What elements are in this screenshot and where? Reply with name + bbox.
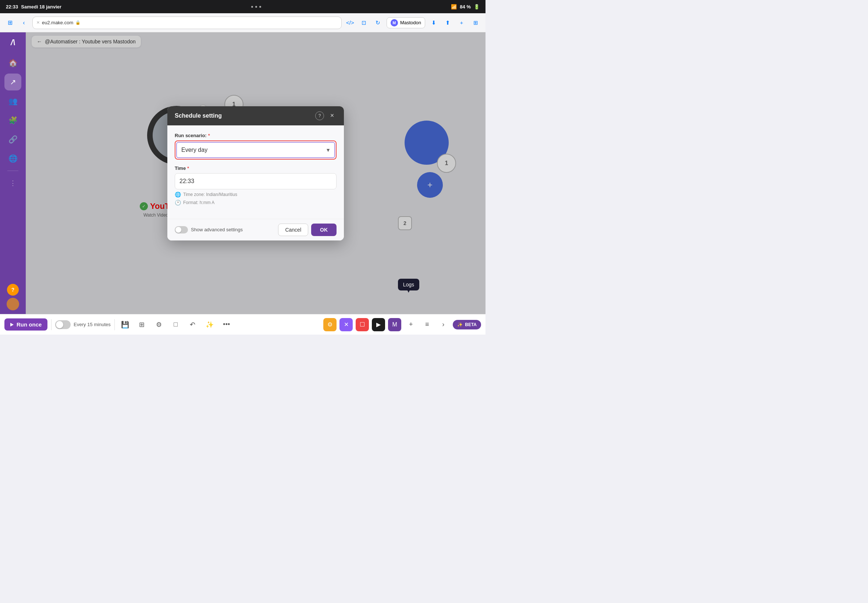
time-required-star: * <box>187 165 189 171</box>
dot1 <box>251 6 253 8</box>
sidebar-logo: /\ <box>5 36 21 49</box>
toolbar-right: ⚙ ✕ ☐ ▶ M + ≡ › ✨ BETA <box>323 318 481 331</box>
dialog-close-btn[interactable]: × <box>328 111 337 120</box>
browser-actions: </> ⊡ ↻ M Mastodon ⬇ ⬆ + ⊞ <box>345 17 481 28</box>
list-btn[interactable]: ≡ <box>420 318 434 331</box>
share-btn[interactable]: ⬆ <box>442 17 453 28</box>
toolbar-divider-1 <box>51 319 51 330</box>
dialog-help-btn[interactable]: ? <box>315 111 324 120</box>
run-once-button[interactable]: Run once <box>5 319 48 331</box>
status-bar-center <box>251 6 261 8</box>
select-wrapper: Every day Every week Every month Every h… <box>176 142 335 158</box>
advanced-settings-toggle: Show advanced settings <box>175 226 243 233</box>
sidebar-toggle-button[interactable]: ⊞ <box>5 17 15 28</box>
time-label: Time * <box>175 165 337 171</box>
reader-btn[interactable]: ⊡ <box>359 17 370 28</box>
magic-btn[interactable]: ✨ <box>203 318 216 331</box>
purple-btn[interactable]: ✕ <box>339 318 353 331</box>
logo-text: /\ <box>11 38 15 48</box>
main-layout: /\ 🏠 ↗ 👥 🧩 🔗 🌐 ⋮ ? ← @Automatiser : Yout… <box>0 32 486 314</box>
status-bar-right: 📶 84 % 🔋 <box>451 4 480 9</box>
clock-hint-icon: 🕐 <box>175 199 181 206</box>
schedule-label: Every 15 minutes <box>74 322 110 327</box>
time-input[interactable] <box>175 173 337 189</box>
dot3 <box>259 6 261 8</box>
red-btn[interactable]: ☐ <box>356 318 369 331</box>
status-bar-left: 22:33 Samedi 18 janvier <box>6 4 62 9</box>
run-scenario-select[interactable]: Every day Every week Every month Every h… <box>176 142 335 158</box>
sidebar-help-btn[interactable]: ? <box>7 284 19 295</box>
black-btn[interactable]: ▶ <box>372 318 385 331</box>
dialog-header: Schedule setting ? × <box>167 106 344 125</box>
tab-icon: ✕ <box>36 20 40 25</box>
run-scenario-label: Run scenario: * <box>175 133 337 138</box>
add-btn[interactable]: + <box>404 318 418 331</box>
mastodon-toolbar-btn[interactable]: M <box>388 318 401 331</box>
schedule-toggle: Every 15 minutes <box>55 320 110 329</box>
sidebar-divider <box>7 171 19 171</box>
notes-btn[interactable]: □ <box>169 318 183 331</box>
mastodon-btn[interactable]: M Mastodon <box>387 17 425 28</box>
dialog-overlay: Schedule setting ? × Run scenario: * <box>26 32 486 314</box>
date: Samedi 18 janvier <box>21 4 62 9</box>
dialog-header-actions: ? × <box>315 111 337 120</box>
refresh-btn[interactable]: ↻ <box>373 17 384 28</box>
download-btn[interactable]: ⬇ <box>428 17 439 28</box>
sidebar-item-puzzle[interactable]: 🧩 <box>5 112 21 129</box>
browser-chrome: ⊞ ‹ ✕ eu2.make.com 🔒 </> ⊡ ↻ M Mastodon … <box>0 13 486 32</box>
globe-icon: 🌐 <box>175 192 181 198</box>
dialog-title: Schedule setting <box>175 113 222 119</box>
play-icon <box>10 323 14 326</box>
import-btn[interactable]: ⊞ <box>135 318 149 331</box>
wifi-icon: 📶 <box>451 4 457 9</box>
sidebar-item-share[interactable]: ↗ <box>5 74 21 90</box>
adv-settings-label: Show advanced settings <box>191 227 243 232</box>
adv-toggle-switch[interactable] <box>175 226 188 233</box>
bottom-toolbar: Run once Every 15 minutes 💾 ⊞ ⚙ □ ↶ ✨ ••… <box>0 314 486 335</box>
beta-badge[interactable]: ✨ BETA <box>453 320 481 329</box>
time-field: Time * 🌐 Time zone: Indian/Mauritius 🕐 F… <box>175 165 337 206</box>
stars-icon: ✨ <box>457 322 463 327</box>
mastodon-avatar: M <box>391 19 398 26</box>
tabs-btn[interactable]: ⊞ <box>470 17 481 28</box>
sidebar-item-home[interactable]: 🏠 <box>5 54 21 71</box>
mastodon-label: Mastodon <box>400 20 421 25</box>
battery-level: 84 % <box>460 4 471 9</box>
code-btn[interactable]: </> <box>345 17 356 28</box>
url-text: eu2.make.com <box>42 20 73 25</box>
lock-icon: 🔒 <box>76 20 80 25</box>
sidebar-item-link[interactable]: 🔗 <box>5 131 21 148</box>
sidebar: /\ 🏠 ↗ 👥 🧩 🔗 🌐 ⋮ ? <box>0 32 26 314</box>
schedule-toggle-knob <box>56 321 63 328</box>
run-scenario-field: Run scenario: * Every day Every week Eve… <box>175 133 337 159</box>
user-avatar[interactable] <box>7 298 19 310</box>
dot2 <box>255 6 257 8</box>
required-star: * <box>208 133 210 138</box>
canvas-area: ← @Automatiser : Youtube vers Mastodon 1… <box>26 32 486 314</box>
new-tab-btn[interactable]: + <box>456 17 467 28</box>
address-bar[interactable]: ✕ eu2.make.com 🔒 <box>32 17 342 29</box>
settings-btn[interactable]: ⚙ <box>152 318 166 331</box>
ok-button[interactable]: OK <box>311 224 337 236</box>
more-btn[interactable]: ••• <box>220 318 233 331</box>
save-btn[interactable]: 💾 <box>118 318 132 331</box>
cancel-button[interactable]: Cancel <box>278 224 308 236</box>
back-button[interactable]: ‹ <box>19 17 29 28</box>
orange-btn[interactable]: ⚙ <box>323 318 337 331</box>
dialog-btn-group: Cancel OK <box>278 224 337 236</box>
format-hint: 🕐 Format: h:mm A <box>175 199 337 206</box>
sidebar-item-globe[interactable]: 🌐 <box>5 150 21 167</box>
collapse-btn[interactable]: › <box>436 318 450 331</box>
adv-toggle-knob <box>175 227 181 233</box>
schedule-toggle-switch[interactable] <box>55 320 71 329</box>
battery-icon: 🔋 <box>474 4 480 9</box>
beta-label: BETA <box>465 322 477 327</box>
toolbar-divider-2 <box>114 319 115 330</box>
sidebar-more-btn[interactable]: ⋮ <box>5 175 21 192</box>
run-once-label: Run once <box>17 322 42 328</box>
time: 22:33 <box>6 4 18 9</box>
undo-btn[interactable]: ↶ <box>186 318 200 331</box>
field-select-wrapper: Every day Every week Every month Every h… <box>175 141 337 159</box>
sidebar-item-team[interactable]: 👥 <box>5 93 21 110</box>
logs-tooltip: Logs <box>398 279 419 291</box>
